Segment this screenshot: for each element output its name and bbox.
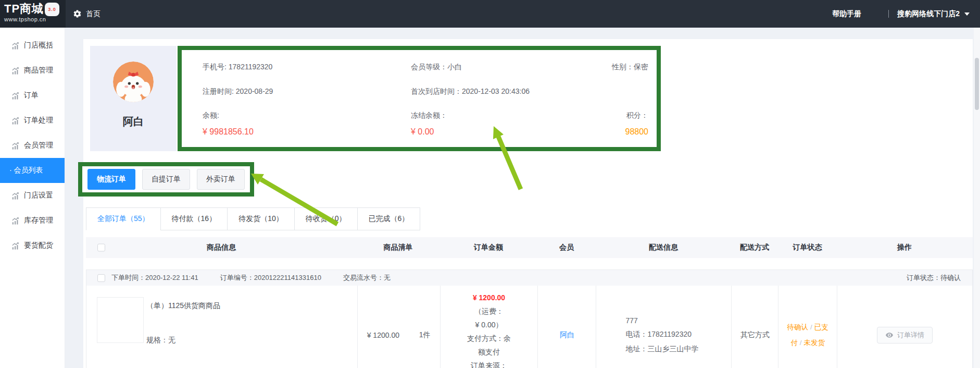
nav-home-label: 首页 <box>86 9 100 19</box>
col-delivery-method: 配送方式 <box>731 243 778 252</box>
tab-takeout-orders[interactable]: 外卖订单 <box>197 169 245 190</box>
sidebar-item-label: 商品管理 <box>24 66 53 75</box>
product-image-placeholder <box>97 297 144 343</box>
order-row: （单）1125供货商商品 规格：无 ¥ 1200.00 1件 ¥ 1200.00… <box>86 286 972 368</box>
sidebar-item-label: 门店设置 <box>24 191 53 200</box>
frozen-balance-value: ¥ 0.00 <box>411 127 625 137</box>
chart-icon <box>11 241 20 250</box>
product-name: （单）1125供货商商品 <box>146 301 220 311</box>
tab-logistics-orders[interactable]: 物流订单 <box>87 169 135 190</box>
member-first-visit: 首次到店时间：2020-12-03 20:43:06 <box>411 87 648 96</box>
tab-pickup-orders[interactable]: 自提订单 <box>142 169 190 190</box>
order-type-tabs-annotation: 物流订单 自提订单 外卖订单 <box>78 162 254 197</box>
order-block: 下单时间：2020-12-22 11:41 订单编号：2020122211413… <box>86 269 973 368</box>
sidebar-item-orders[interactable]: 订单 <box>0 83 65 108</box>
sidebar-item-label: · 会员列表 <box>9 166 43 175</box>
nav-home[interactable]: 首页 <box>73 0 100 28</box>
chart-icon <box>11 141 20 150</box>
sidebar-item-label: 门店概括 <box>24 41 53 50</box>
member-name: 阿白 <box>90 115 177 129</box>
select-all-checkbox[interactable] <box>97 244 105 252</box>
tab-pending-shipment[interactable]: 待发货（10） <box>227 207 295 230</box>
scrollbar-thumb[interactable] <box>975 58 979 110</box>
col-member: 会员 <box>537 243 596 252</box>
sidebar: 门店概括 商品管理 订单 订单处理 会员管理 · 会员列表 门店设置 库存管理 … <box>0 28 65 368</box>
scrollbar-track[interactable] <box>974 28 980 368</box>
status-unshipped: 未发货 <box>804 339 825 347</box>
recipient-phone: 电话：17821192320 <box>625 330 731 339</box>
recipient-address: 地址：三山乡三山中学 <box>625 345 731 354</box>
status-confirm: 待确认 <box>787 323 809 331</box>
order-filter-tabs: 全部订单（55） 待付款（16） 待发货（10） 待收货（0） 已完成（6） <box>86 207 420 230</box>
order-row-checkbox[interactable] <box>97 274 105 282</box>
sidebar-item-label: 要货配货 <box>24 241 53 250</box>
frozen-balance-label: 冻结余额： <box>411 111 625 120</box>
member-register-time: 注册时间: 2020-08-29 <box>203 87 411 96</box>
chevron-down-icon[interactable] <box>964 13 970 16</box>
sidebar-item-member-list[interactable]: · 会员列表 <box>0 158 65 183</box>
sidebar-item-goods[interactable]: 商品管理 <box>0 58 65 83</box>
product-list-cell: ¥ 1200.00 1件 <box>357 286 440 368</box>
app-logo[interactable]: TP商城3.0 www.tpshop.cn <box>0 0 66 28</box>
top-bar: TP商城3.0 www.tpshop.cn 首页 帮助手册 搜豹网络线下门店2 <box>0 0 980 28</box>
payment-method-line2: 额支付 <box>441 345 538 359</box>
order-number: 订单编号：202012221141331610 <box>220 273 321 283</box>
eye-icon <box>885 331 894 339</box>
delivery-info-cell: 777 电话：17821192320 地址：三山乡三山中学 <box>596 286 731 368</box>
col-product-list: 商品清单 <box>357 243 439 252</box>
avatar <box>113 62 154 102</box>
order-amount-cell: ¥ 1200.00 （运费： ¥ 0.00） 支付方式：余 额支付 订单来源： … <box>440 286 538 368</box>
status-separator: / <box>808 323 814 331</box>
tab-completed[interactable]: 已完成（6） <box>357 207 421 230</box>
gear-icon <box>73 9 82 18</box>
sidebar-item-store-settings[interactable]: 门店设置 <box>0 183 65 208</box>
store-dropdown[interactable]: 搜豹网络线下门店2 <box>897 9 960 19</box>
sidebar-item-goods-allocation[interactable]: 要货配货 <box>0 233 65 258</box>
order-meta-row: 下单时间：2020-12-22 11:41 订单编号：2020122211413… <box>86 270 972 286</box>
chart-icon <box>11 41 20 50</box>
tab-pending-receipt[interactable]: 待收货（0） <box>294 207 358 230</box>
sidebar-item-label: 订单 <box>24 91 39 100</box>
trade-number: 交易流水号：无 <box>343 273 391 283</box>
points-value: 98800 <box>625 127 649 137</box>
col-order-amount: 订单金额 <box>439 243 537 252</box>
order-status-cell: 待确认/已支付/未发货 <box>778 286 837 368</box>
member-avatar-panel: 阿白 <box>90 46 177 151</box>
order-status-summary: 订单状态：待确认 <box>907 273 961 283</box>
product-spec: 规格：无 <box>146 336 175 345</box>
status-separator: / <box>798 339 804 347</box>
order-amount: ¥ 1200.00 <box>441 291 538 304</box>
order-detail-button[interactable]: 订单详情 <box>877 327 933 344</box>
points-label: 积分： <box>625 111 649 120</box>
member-cell: 阿白 <box>537 286 596 368</box>
sidebar-item-inventory[interactable]: 库存管理 <box>0 208 65 233</box>
item-qty: 1件 <box>419 330 431 340</box>
order-table-header: 商品信息 商品清单 订单金额 会员 配送信息 配送方式 订单状态 操作 <box>86 237 973 258</box>
logo-version-badge: 3.0 <box>45 3 59 16</box>
col-actions: 操作 <box>837 243 972 252</box>
sidebar-item-order-processing[interactable]: 订单处理 <box>0 108 65 133</box>
member-info-box: 手机号: 17821192320 会员等级：小白 性别：保密 注册时间: 202… <box>178 46 661 151</box>
help-manual-link[interactable]: 帮助手册 <box>832 9 861 19</box>
balance-label: 余额: <box>203 111 411 120</box>
sidebar-item-label: 库存管理 <box>24 216 53 225</box>
logo-title: TP商城 <box>4 2 44 15</box>
col-product-info: 商品信息 <box>207 243 236 251</box>
payment-method-line1: 支付方式：余 <box>441 332 538 345</box>
delivery-method-cell: 其它方式 <box>731 286 778 368</box>
product-info-cell: （单）1125供货商商品 规格：无 <box>86 286 357 368</box>
order-time: 下单时间：2020-12-22 11:41 <box>111 273 198 283</box>
member-phone: 手机号: 17821192320 <box>203 63 411 72</box>
chart-icon <box>11 66 20 75</box>
sidebar-item-store-overview[interactable]: 门店概括 <box>0 33 65 58</box>
shipping-fee-label: （运费： <box>441 304 538 318</box>
tab-all-orders[interactable]: 全部订单（55） <box>86 207 161 230</box>
tab-pending-payment[interactable]: 待付款（16） <box>160 207 228 230</box>
sidebar-item-member-management[interactable]: 会员管理 <box>0 133 65 158</box>
col-delivery-info: 配送信息 <box>596 243 731 252</box>
balance-value: ¥ 9981856.10 <box>203 127 411 137</box>
sidebar-item-label: 会员管理 <box>24 141 53 150</box>
col-order-status: 订单状态 <box>778 243 837 252</box>
chart-icon <box>11 116 20 125</box>
member-link[interactable]: 阿白 <box>560 330 574 340</box>
